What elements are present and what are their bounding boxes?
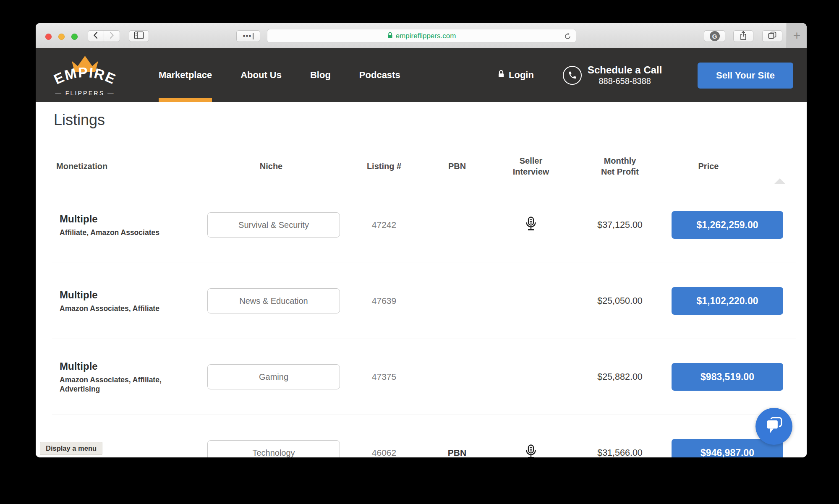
microphone-icon[interactable] <box>525 444 536 457</box>
header-line: Seller <box>481 155 581 166</box>
listing-number: 47639 <box>335 296 433 306</box>
listing-number: 47242 <box>335 220 433 230</box>
nav-item-about-us[interactable]: About Us <box>240 48 282 102</box>
price-button[interactable]: $1,262,259.00 <box>672 211 783 239</box>
sort-ascending-icon[interactable] <box>774 178 786 184</box>
logo-subtitle: — FLIPPERS — <box>55 90 115 97</box>
monetization-methods: Affiliate, Amazon Associates <box>60 228 190 237</box>
url-text: empireflippers.com <box>396 32 456 40</box>
ellipsis-cursor-icon: ••• <box>243 32 252 40</box>
empire-flippers-logo[interactable]: EMPIRE — FLIPPERS — <box>47 54 123 99</box>
page-title: Listings <box>54 111 105 129</box>
monthly-net-profit: $25,882.00 <box>581 372 659 382</box>
logo-name: EMPIRE <box>52 65 119 87</box>
traffic-lights <box>45 34 78 40</box>
listing-number: 47375 <box>335 372 433 382</box>
header-line: Interview <box>481 166 581 177</box>
chat-widget-button[interactable] <box>755 408 792 445</box>
share-button[interactable] <box>733 30 753 42</box>
chevron-right-icon <box>108 31 115 41</box>
monetization-cell: Multiple Amazon Associates, Affiliate, A… <box>52 360 207 394</box>
login-label: Login <box>509 70 534 81</box>
listing-number: 46062 <box>335 448 433 457</box>
chevron-left-icon <box>92 31 99 41</box>
nav-item-blog[interactable]: Blog <box>310 48 331 102</box>
niche-badge[interactable]: Technology <box>207 440 340 457</box>
listings-table: Monetization Niche Listing # PBN Seller … <box>52 145 796 457</box>
share-icon <box>739 30 748 42</box>
header-label: Price <box>698 162 719 171</box>
nav-label: About Us <box>240 70 282 81</box>
plus-icon: + <box>793 29 801 42</box>
listing-row-46062[interactable]: Affiliate Technology 46062 PBN $31,566.0… <box>52 415 796 457</box>
monetization-type: Multiple <box>60 289 207 301</box>
listing-row-47242[interactable]: Multiple Affiliate, Amazon Associates Su… <box>52 187 796 263</box>
address-bar[interactable]: empireflippers.com <box>267 29 576 43</box>
nav-label: Blog <box>310 70 331 81</box>
column-header-monthly-net-profit: Monthly Net Profit <box>581 155 659 177</box>
text-caret-icon <box>253 33 254 39</box>
monetization-cell: Multiple Affiliate, Amazon Associates <box>52 213 207 237</box>
browser-toolbar: ••• empireflippers.com G + <box>36 23 807 48</box>
phone-icon <box>563 66 582 85</box>
sidebar-icon <box>134 31 144 41</box>
table-header-row: Monetization Niche Listing # PBN Seller … <box>52 145 796 187</box>
monthly-net-profit: $31,566.00 <box>581 448 659 458</box>
show-all-tabs-button[interactable] <box>762 30 782 42</box>
minimize-window-button[interactable] <box>58 34 65 40</box>
sell-your-site-button[interactable]: Sell Your Site <box>698 63 793 89</box>
chat-bubbles-icon <box>764 415 784 437</box>
lock-icon <box>498 70 504 81</box>
nav-label: Podcasts <box>359 70 400 81</box>
column-header-niche: Niche <box>207 161 335 172</box>
lock-icon <box>387 32 393 40</box>
main-nav: Marketplace About Us Blog Podcasts <box>159 48 400 102</box>
niche-badge[interactable]: Survival & Security <box>207 212 340 238</box>
tab-overview-button[interactable]: ••• <box>236 30 260 42</box>
schedule-call-title: Schedule a Call <box>588 64 662 76</box>
seller-interview-cell <box>481 217 581 233</box>
login-link[interactable]: Login <box>498 48 534 102</box>
zoom-window-button[interactable] <box>71 34 78 40</box>
forward-button[interactable] <box>104 31 120 42</box>
niche-badge[interactable]: News & Education <box>207 288 340 313</box>
monetization-methods: Amazon Associates, Affiliate, Advertisin… <box>60 375 190 394</box>
back-button[interactable] <box>88 31 104 42</box>
page-content: Listings Monetization Niche Listing # PB… <box>36 102 807 457</box>
niche-badge[interactable]: Gaming <box>207 364 340 389</box>
price-button[interactable]: $1,102,220.00 <box>672 287 783 315</box>
schedule-call-phone: 888-658-8388 <box>588 76 662 86</box>
history-nav-group <box>88 30 120 42</box>
listing-row-47375[interactable]: Multiple Amazon Associates, Affiliate, A… <box>52 339 796 415</box>
close-window-button[interactable] <box>45 34 52 40</box>
reload-button[interactable] <box>564 32 572 42</box>
new-tab-button[interactable]: + <box>787 23 807 48</box>
column-header-price[interactable]: Price <box>659 161 796 172</box>
nav-label: Marketplace <box>159 70 212 81</box>
extension-button[interactable]: G <box>704 30 725 42</box>
microphone-icon[interactable] <box>525 217 536 233</box>
listing-row-47639[interactable]: Multiple Amazon Associates, Affiliate Ne… <box>52 263 796 339</box>
sidebar-toggle-button[interactable] <box>129 30 149 42</box>
price-button[interactable]: $983,519.00 <box>672 363 783 391</box>
extension-g-icon: G <box>710 31 720 41</box>
monthly-net-profit: $25,050.00 <box>581 296 659 306</box>
monetization-type: Multiple <box>60 213 207 225</box>
column-header-seller-interview: Seller Interview <box>481 155 581 177</box>
monetization-cell: Multiple Amazon Associates, Affiliate <box>52 289 207 313</box>
column-header-monetization: Monetization <box>52 161 207 172</box>
monetization-methods: Amazon Associates, Affiliate <box>60 304 190 313</box>
header-line: Net Profit <box>581 166 659 177</box>
monthly-net-profit: $37,125.00 <box>581 220 659 230</box>
site-header: EMPIRE — FLIPPERS — Marketplace About Us… <box>36 48 807 102</box>
browser-window: ••• empireflippers.com G + <box>36 23 807 457</box>
tabs-overview-icon <box>768 31 776 41</box>
nav-item-podcasts[interactable]: Podcasts <box>359 48 400 102</box>
pbn-value: PBN <box>433 448 481 457</box>
nav-item-marketplace[interactable]: Marketplace <box>159 48 212 102</box>
monetization-type: Multiple <box>60 360 207 372</box>
schedule-call-link[interactable]: Schedule a Call 888-658-8388 <box>563 48 662 102</box>
svg-text:EMPIRE: EMPIRE <box>52 65 119 87</box>
header-line: Monthly <box>581 155 659 166</box>
column-header-pbn: PBN <box>433 161 481 172</box>
